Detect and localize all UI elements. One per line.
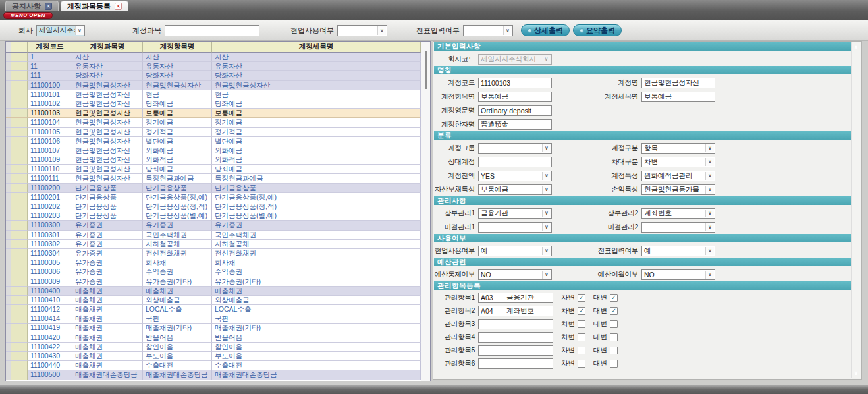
grid-row-11100107[interactable]: 11100107현금및현금성자산외화예금외화예금 — [6, 146, 421, 155]
mgmt-item-3-debit-checkbox[interactable] — [578, 320, 585, 328]
tab-account-registration[interactable]: 계정과목등록 ✕ — [61, 1, 128, 11]
account-class-select[interactable]: 항목∨ — [641, 143, 715, 154]
budget-control-yn-select[interactable]: NO∨ — [478, 269, 552, 280]
grid-row-11100400[interactable]: 11100400매출채권매출채권매출채권 — [6, 287, 421, 296]
account-code-input[interactable] — [478, 78, 552, 88]
close-icon[interactable]: ✕ — [115, 3, 122, 10]
mgmt-item-5-credit-checkbox[interactable] — [610, 347, 618, 354]
field-use-yn-select[interactable]: 예∨ — [478, 246, 552, 256]
mgmt-item-4-debit-checkbox[interactable] — [578, 333, 585, 341]
grid-row-11100110[interactable]: 11100110현금및현금성자산당좌예금당좌예금 — [6, 165, 421, 174]
grid-row-11100201[interactable]: 11100201단기금융상품단기금융상품(정,예)단기금융상품(정,예) — [6, 193, 421, 202]
chevron-down-icon[interactable]: ∨ — [852, 370, 861, 376]
book-mgmt-1-select[interactable]: 금융기관∨ — [478, 208, 552, 219]
grid-row-11100106[interactable]: 11100106현금및현금성자산별단예금별단예금 — [6, 137, 421, 146]
grid-row-11100304[interactable]: 11100304유가증권전신전화채권전신전화채권 — [6, 249, 421, 258]
company-select[interactable]: 제일저지주식회사 ∨ — [36, 25, 85, 36]
account-english-name-input[interactable] — [478, 105, 552, 116]
grid-row-111[interactable]: 111당좌자산당좌자산당좌자산 — [6, 71, 421, 80]
mgmt-item-3-code-code[interactable] — [478, 319, 504, 329]
pending-mgmt-1-select[interactable]: ∨ — [478, 222, 552, 233]
mgmt-item-2-code-code[interactable] — [478, 306, 504, 316]
mgmt-item-6-name-name[interactable] — [504, 358, 553, 369]
grid-row-11100301[interactable]: 11100301유가증권국민주택채권국민주택채권 — [6, 231, 421, 240]
mgmt-item-6-code-code[interactable] — [478, 358, 504, 369]
grid-row-11100102[interactable]: 11100102현금및현금성자산당좌예금당좌예금 — [6, 99, 421, 109]
slip-input-select[interactable]: ∨ — [463, 25, 513, 36]
mgmt-item-1-debit-checkbox[interactable] — [578, 294, 585, 302]
account-item-name-input[interactable] — [478, 92, 552, 102]
panel-vertical-scrollbar[interactable]: ∧ ∨ — [851, 42, 861, 378]
profit-loss-trait-select[interactable]: 현금및현금등가물∨ — [641, 184, 715, 195]
chevron-up-icon[interactable]: ∧ — [852, 44, 861, 51]
grid-row-11100302[interactable]: 11100302유가증권지하철공채지하철공채 — [6, 240, 421, 249]
grid-row-11100105[interactable]: 11100105현금및현금성자산정기적금정기적금 — [6, 128, 421, 137]
grid-row-11100412[interactable]: 11100412매출채권LOCAL수출LOCAL수출 — [6, 305, 421, 314]
grid-row-1[interactable]: 1자산자산자산 — [6, 53, 421, 62]
mgmt-item-3-name-name[interactable] — [504, 319, 553, 329]
grid-row-11100306[interactable]: 11100306유가증권수익증권수익증권 — [6, 267, 421, 277]
grid-row-11100104[interactable]: 11100104현금및현금성자산정기예금정기예금 — [6, 118, 421, 127]
asset-liability-trait-select[interactable]: 보통예금∨ — [478, 184, 552, 195]
slip-input-yn-select[interactable]: 예∨ — [641, 246, 715, 256]
grid-row-11100100[interactable]: 11100100현금및현금성자산현금및현금성자산현금및현금성자산 — [6, 81, 421, 90]
slip-input-label: 전표입력여부 — [416, 26, 460, 36]
mgmt-item-5-name-name[interactable] — [504, 345, 553, 356]
grid-row-11100422[interactable]: 11100422매출채권할인어음할인어음 — [6, 343, 421, 352]
grid-row-11100200[interactable]: 11100200단기금융상품단기금융상품단기금융상품 — [6, 184, 421, 193]
account-group-select[interactable]: ∨ — [478, 143, 552, 154]
mgmt-item-3-credit-checkbox[interactable] — [610, 320, 618, 328]
pending-mgmt-2-select[interactable]: ∨ — [641, 222, 715, 233]
mgmt-item-1-code-code[interactable] — [478, 293, 504, 303]
mgmt-item-4-name-name[interactable] — [504, 332, 553, 343]
tab-notice[interactable]: 공지사항 ✕ — [5, 1, 59, 11]
scrollbar-thumb[interactable] — [425, 51, 427, 89]
budget-carryover-yn-select[interactable]: NO∨ — [641, 269, 715, 280]
grid-row-11100440[interactable]: 11100440매출채권수출대전수출대전 — [6, 361, 421, 370]
grid-row-11100202[interactable]: 11100202단기금융상품단기금융상품(정,적)단기금융상품(정,적) — [6, 202, 421, 211]
account-trait-select[interactable]: 원화예적금관리∨ — [641, 171, 715, 181]
close-icon[interactable]: ✕ — [45, 3, 52, 10]
grid-row-11100111[interactable]: 11100111현금및현금성자산특정현금과예금특정현금과예금 — [6, 174, 421, 183]
row-indent-cell — [11, 314, 28, 324]
grid-row-11100500[interactable]: 11100500매출채권대손충당금매출채권대손충당금매출채권대손충당금 — [6, 370, 421, 380]
grid-row-11100300[interactable]: 11100300유가증권유가증권유가증권 — [6, 221, 421, 230]
grid-vertical-scrollbar[interactable] — [421, 42, 430, 381]
grid-row-11100414[interactable]: 11100414매출채권국판국판 — [6, 314, 421, 324]
account-name-input[interactable] — [641, 78, 715, 88]
grid-row-11100419[interactable]: 11100419매출채권매출채권(기타)매출채권(기타) — [6, 324, 421, 333]
debit-credit-class-select[interactable]: 차변∨ — [641, 157, 715, 167]
account-detail-name-input[interactable] — [641, 92, 715, 102]
mgmt-item-1-name-name[interactable] — [504, 293, 553, 303]
grid-row-11100410[interactable]: 11100410매출채권외상매출금외상매출금 — [6, 296, 421, 305]
counter-account-input[interactable] — [478, 157, 552, 167]
mgmt-item-5-debit-checkbox[interactable] — [578, 347, 585, 354]
field-use-select[interactable]: ∨ — [337, 25, 387, 36]
mgmt-item-2-debit-checkbox[interactable] — [578, 307, 585, 315]
summary-print-button[interactable]: 요약출력 — [573, 24, 622, 36]
grid-row-11100103[interactable]: 11100103현금및현금성자산보통예금보통예금 — [6, 109, 421, 118]
grid-row-11100309[interactable]: 11100309유가증권유가증권(기타)유가증권(기타) — [6, 277, 421, 287]
grid-row-11100101[interactable]: 11100101현금및현금성자산현금현금 — [6, 90, 421, 99]
menu-open-button[interactable]: MENU OPEN — [3, 12, 53, 19]
mgmt-item-6-credit-checkbox[interactable] — [610, 360, 618, 368]
mgmt-item-5-code-code[interactable] — [478, 345, 504, 356]
mgmt-item-6-debit-checkbox[interactable] — [578, 360, 585, 368]
account-hanja-name-input[interactable] — [478, 119, 552, 130]
grid-row-11100203[interactable]: 11100203단기금융상품단기금융상품(별,예)단기금융상품(별,예) — [6, 211, 421, 221]
mgmt-item-4-credit-checkbox[interactable] — [610, 333, 618, 341]
account-name-input[interactable] — [202, 25, 259, 36]
book-mgmt-2-select[interactable]: 계좌번호∨ — [641, 208, 715, 219]
detail-print-button[interactable]: 상세출력 — [521, 24, 570, 36]
mgmt-item-4-code-code[interactable] — [478, 332, 504, 343]
mgmt-item-2-credit-checkbox[interactable] — [610, 307, 618, 315]
mgmt-item-1-credit-checkbox[interactable] — [610, 294, 618, 302]
grid-row-11100420[interactable]: 11100420매출채권받을어음받을어음 — [6, 333, 421, 343]
mgmt-item-2-name-name[interactable] — [504, 306, 553, 316]
grid-row-11100430[interactable]: 11100430매출채권부도어음부도어음 — [6, 352, 421, 361]
grid-row-11[interactable]: 11유동자산유동자산유동자산 — [6, 62, 421, 71]
grid-row-11100305[interactable]: 11100305유가증권회사채회사채 — [6, 258, 421, 267]
grid-row-11100109[interactable]: 11100109현금및현금성자산외화적금외화적금 — [6, 155, 421, 165]
account-code-input[interactable] — [165, 25, 202, 36]
account-balance-select[interactable]: YES∨ — [478, 171, 552, 181]
